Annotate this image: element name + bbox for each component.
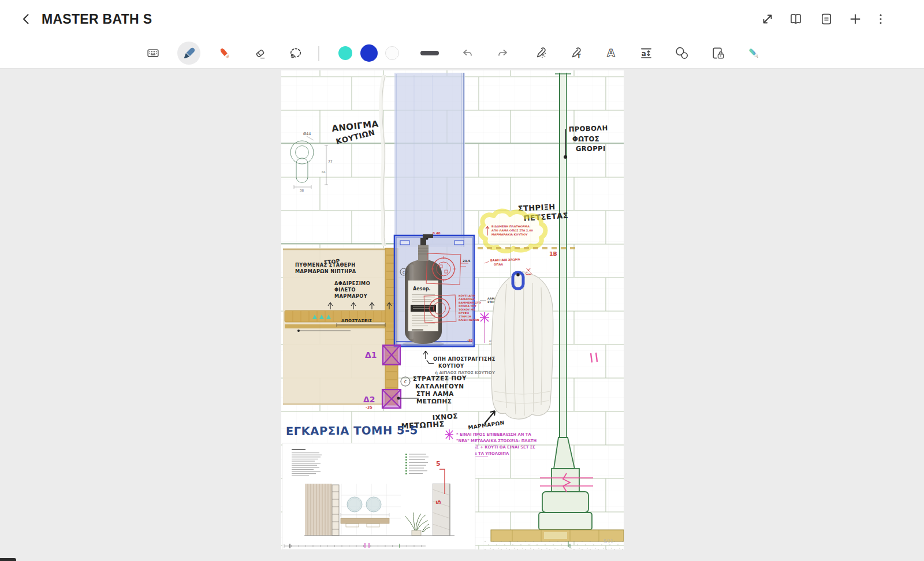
drawing-toolbar: T A a — [0, 38, 924, 69]
svg-text:ΜΑΡΜΑΡΑΚΙΑ ΚΟΥΤΙΟΥ: ΜΑΡΜΑΡΑΚΙΑ ΚΟΥΤΙΟΥ — [491, 233, 528, 236]
plus-icon — [848, 12, 862, 26]
minus35-label: -35 — [366, 405, 372, 410]
page-list-button[interactable] — [815, 8, 838, 31]
magenta-asterisk — [480, 312, 489, 323]
add-page-button[interactable] — [844, 8, 867, 31]
apostaseis-label: ΑΠΟΣΤΑΣΕΙΣ — [341, 319, 372, 323]
magenta-line1: * ΕΙΝΑΙ ΠΡΟΣ ΕΠΙΒΕΒΑΙΩΣΗ ΑΝ ΤΑ — [456, 432, 531, 437]
gesture-hint-bar — [0, 558, 16, 561]
color-swatch-white[interactable] — [385, 46, 399, 60]
dim-66: 66 — [322, 170, 325, 174]
fillet-line1: ΑΦΑΙΡΕΣΙΜΟ — [334, 280, 370, 286]
line-thickness-button[interactable] — [420, 51, 439, 55]
keyboard-icon — [146, 46, 160, 60]
pen-icon — [181, 46, 196, 61]
one-b-label: 1Β — [549, 250, 557, 257]
niche-dim-top: 0.40 — [433, 231, 441, 235]
circled-c-1: c — [404, 379, 407, 384]
glyph-t: T — [577, 53, 581, 59]
page-list-icon — [819, 12, 833, 26]
delta2-label: Δ2 — [363, 395, 375, 404]
delta1-label: Δ1 — [365, 350, 377, 360]
highlighter-tool-button[interactable] — [213, 42, 236, 65]
niche-dim-right: 23.5 — [463, 259, 471, 263]
svg-text:ΤΟΙΧΟΥ ΜΕ: ΤΟΙΧΟΥ ΜΕ — [459, 308, 475, 311]
color-swatch-teal[interactable] — [338, 46, 352, 60]
svg-text:ΣΤΗΡΙΞΗ: ΣΤΗΡΙΞΗ — [459, 315, 471, 318]
circled-c-2: c — [403, 270, 405, 275]
svg-text:ΚΟΥΤΙ ΑΠΟ: ΚΟΥΤΙ ΑΠΟ — [459, 294, 475, 297]
kebab-menu-icon — [874, 12, 888, 26]
svg-text:ΒΑΜΜΕΝΗ ΣΤΟ: ΒΑΜΜΕΝΗ ΣΤΟ — [459, 301, 481, 304]
drain-line2: ΚΟΥΤΙΟΥ — [438, 363, 464, 369]
note-title: MASTER BATH S — [42, 0, 152, 38]
aesop-label: Aesop. — [413, 286, 431, 291]
undo-icon — [460, 46, 474, 60]
redo-icon — [496, 46, 510, 60]
dim-38: 38 — [300, 189, 304, 192]
svg-text:ΑΠΟ ΛΑΜΑ ΟΠΩΣ ΣΤΑ 2.00: ΑΠΟ ΛΑΜΑ ΟΠΩΣ ΣΤΑ 2.00 — [491, 229, 534, 232]
color-swatch-blue-selected[interactable] — [360, 44, 378, 62]
svg-text:5: 5 — [436, 460, 441, 468]
text-size-icon: a — [639, 46, 654, 61]
lasso-select-icon — [288, 46, 303, 61]
magenta-line2: "ΝΕΑ" ΜΕΤΑΛΛΙΚΑ ΣΤΟΙΧΕΙΑ: ΠΛΑΤΗ — [456, 439, 536, 443]
undo-button[interactable] — [456, 42, 479, 65]
handwriting-to-text-button[interactable]: T — [564, 42, 587, 65]
dim-diameter: Ø44 — [303, 132, 311, 136]
groppi-line1: ΠΡΟΒΟΛΗ — [569, 124, 608, 133]
back-chevron-icon — [20, 12, 33, 26]
redo-button[interactable] — [491, 42, 515, 65]
fillet-line2: ΦΙΛΕΤΟ — [334, 287, 356, 293]
two-page-view-button[interactable] — [784, 8, 807, 31]
svg-text:ΛΑΜΑΡΙΝΑ: ΛΑΜΑΡΙΝΑ — [459, 298, 475, 301]
yellow-highlight-cloud: ΒΙΔΩΜΕΝΗ ΠΛΑΤΦΟΡΜΑΑΠΟ ΛΑΜΑ ΟΠΩΣ ΣΤΑ 2.00… — [480, 211, 545, 251]
lasso-tool-button[interactable] — [284, 42, 307, 65]
shapes-icon — [675, 46, 690, 61]
stratzes-1: ΣΤΡΑΤΖΕΣ ΠΟΥ — [413, 374, 467, 382]
basin-line2: ΜΑΡΜΑΡΩΝ ΝΙΠΤΗΡΑ — [295, 268, 356, 274]
svg-text:5: 5 — [435, 500, 442, 504]
glyph-a-cap: A — [607, 47, 615, 59]
favorite-pens-button[interactable] — [742, 42, 765, 65]
pen-to-text-icon: T — [568, 46, 583, 61]
eraser-icon — [252, 46, 267, 61]
text-style-button[interactable]: A — [599, 42, 623, 65]
shape-recognition-button[interactable] — [670, 42, 694, 65]
stratzes-4: ΜΕΤΩΠΗΣ — [416, 398, 452, 405]
groppi-line2: ΦΩΤΟΣ — [572, 135, 599, 143]
outlined-a-icon: A — [603, 46, 619, 61]
page-indicator: 5/11 — [603, 538, 613, 544]
highlighter-icon — [217, 46, 232, 61]
more-menu-button[interactable] — [869, 8, 892, 31]
svg-text:ΚΡΥΦΗ: ΚΡΥΦΗ — [459, 312, 469, 315]
eraser-tool-button[interactable] — [248, 42, 271, 65]
expand-icon — [761, 12, 774, 26]
book-icon — [789, 12, 803, 26]
expand-button[interactable] — [756, 8, 779, 31]
fillet-line3: ΜΑΡΜΑΡΟΥ — [334, 293, 368, 299]
towel — [491, 268, 553, 419]
ai-pen-button[interactable] — [528, 42, 552, 65]
groppi-line3: GROPPI — [576, 145, 606, 153]
cad-inset-panel: 5 5 — [282, 443, 475, 549]
text-size-button[interactable]: a — [635, 42, 658, 65]
note-page[interactable]: ΑΝΟΙΓΜΑ ΚΟΥΤΙΩΝ Ø44 77 66 38 — [281, 70, 624, 549]
toolbar-divider — [318, 46, 319, 61]
rainbow-pen-icon — [746, 46, 761, 61]
stratzes-3: ΣΤΗ ΛΑΜΑ — [416, 390, 454, 397]
back-button[interactable] — [15, 8, 38, 31]
canvas-area[interactable]: ΑΝΟΙΓΜΑ ΚΟΥΤΙΩΝ Ø44 77 66 38 — [0, 69, 924, 561]
minus85: -85 — [467, 339, 473, 342]
cloud-note: ΒΙΔΩΜΕΝΗ ΠΛΑΤΦΟΡΜΑΑΠΟ ΛΑΜΑ ΟΠΩΣ ΣΤΑ 2.00… — [491, 225, 534, 236]
ai-pen-icon — [532, 46, 547, 61]
dim-77: 77 — [328, 159, 333, 163]
glyph-a-small: a — [642, 50, 646, 58]
section-title: ΕΓΚΑΡΣΙΑ ΤΟΜΗ 5-5 — [286, 424, 418, 438]
drain-line1: ΟΠΗ ΑΠΟΣΤΡΑΓΓΙΣΗΣ — [433, 356, 495, 362]
lock-icon — [711, 46, 726, 61]
keyboard-button[interactable] — [141, 42, 165, 65]
paint-note-2: ΟΠΑΛ — [494, 263, 503, 266]
pen-lock-button[interactable] — [707, 42, 730, 65]
pen-tool-button[interactable] — [177, 42, 200, 65]
